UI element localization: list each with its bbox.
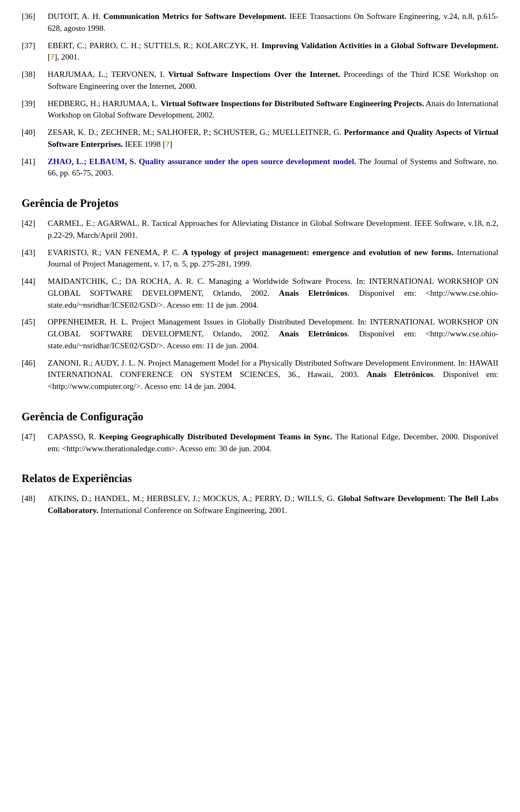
references-top-section: [36] DUTOIT, A. H. Communication Metrics… — [22, 11, 498, 179]
ref-content: EVARISTO, R.; VAN FENEMA, P. C. A typolo… — [48, 247, 498, 271]
ref-content: EBERT, C.; PARRO, C. H.; SUTTELS, R.; KO… — [48, 40, 498, 64]
ref-content: HARJUMAA, L.; TERVONEN, I. Virtual Softw… — [48, 69, 498, 93]
ref-36: [36] DUTOIT, A. H. Communication Metrics… — [22, 11, 498, 35]
ref-46: [46] ZANONI, R.; AUDY, J. L. N. Project … — [22, 358, 498, 393]
ref-42: [42] CARMEL, E.; AGARWAL, R. Tactical Ap… — [22, 218, 498, 242]
ref-39: [39] HEDBERG, H.; HARJUMAA, L. Virtual S… — [22, 98, 498, 122]
ref-number: [47] — [22, 431, 48, 455]
section-heading-gerencia-configuracao: Gerência de Configuração — [22, 409, 498, 425]
ref-number: [44] — [22, 276, 48, 311]
ref-content: CAPASSO, R. Keeping Geographically Distr… — [48, 431, 498, 455]
ref-number: [39] — [22, 98, 48, 122]
ref-content: HEDBERG, H.; HARJUMAA, L. Virtual Softwa… — [48, 98, 498, 122]
ref-content: OPPENHEIMER, H. L. Project Management Is… — [48, 316, 498, 352]
ref-content: ZESAR, K. D.; ZECHNER, M.; SALHOFER, P.;… — [48, 127, 498, 151]
section-gerencia-configuracao: Gerência de Configuração [47] CAPASSO, R… — [22, 409, 498, 455]
ref-41: [41] ZHAO, L.; ELBAUM, S. Quality assura… — [22, 156, 498, 180]
ref-number: [41] — [22, 156, 48, 180]
ref-number: [40] — [22, 127, 48, 151]
ref-38: [38] HARJUMAA, L.; TERVONEN, I. Virtual … — [22, 69, 498, 93]
ref-40: [40] ZESAR, K. D.; ZECHNER, M.; SALHOFER… — [22, 127, 498, 151]
ref-number: [48] — [22, 493, 48, 517]
ref-number: [38] — [22, 69, 48, 93]
ref-48: [48] ATKINS, D.; HANDEL, M.; HERBSLEV, J… — [22, 493, 498, 517]
ref-47: [47] CAPASSO, R. Keeping Geographically … — [22, 431, 498, 455]
ref-43: [43] EVARISTO, R.; VAN FENEMA, P. C. A t… — [22, 247, 498, 271]
ref-number: [43] — [22, 247, 48, 271]
ref-number: [42] — [22, 218, 48, 242]
ref-number: [46] — [22, 358, 48, 393]
section-heading-relatos: Relatos de Experiências — [22, 471, 498, 486]
ref-content: ZHAO, L.; ELBAUM, S. Quality assurance u… — [48, 156, 498, 180]
ref-number: [36] — [22, 11, 48, 35]
ref-content: DUTOIT, A. H. Communication Metrics for … — [48, 11, 498, 35]
section-relatos-experiencias: Relatos de Experiências [48] ATKINS, D.;… — [22, 471, 498, 517]
ref-content: CARMEL, E.; AGARWAL, R. Tactical Approac… — [48, 218, 498, 242]
ref-44: [44] MAIDANTCHIK, C.; DA ROCHA, A. R. C.… — [22, 276, 498, 311]
ref-number: [45] — [22, 316, 48, 352]
section-gerencia-projetos: Gerência de Projetos [42] CARMEL, E.; AG… — [22, 196, 498, 393]
ref-45: [45] OPPENHEIMER, H. L. Project Manageme… — [22, 316, 498, 352]
ref-content: MAIDANTCHIK, C.; DA ROCHA, A. R. C. Mana… — [48, 276, 498, 311]
section-heading-gerencia-projetos: Gerência de Projetos — [22, 196, 498, 211]
ref-number: [37] — [22, 40, 48, 64]
ref-content: ATKINS, D.; HANDEL, M.; HERBSLEV, J.; MO… — [48, 493, 498, 517]
ref-content: ZANONI, R.; AUDY, J. L. N. Project Manag… — [48, 358, 498, 393]
ref-37: [37] EBERT, C.; PARRO, C. H.; SUTTELS, R… — [22, 40, 498, 64]
